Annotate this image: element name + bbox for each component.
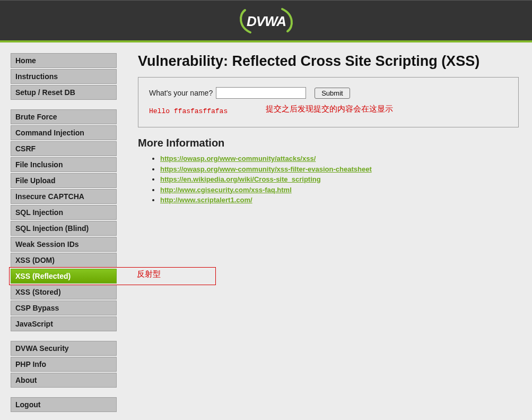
info-link[interactable]: http://www.scriptalert1.com/ <box>160 196 252 204</box>
info-link[interactable]: https://owasp.org/www-community/xss-filt… <box>160 165 372 173</box>
info-link-item: https://owasp.org/www-community/attacks/… <box>160 153 519 164</box>
info-link-item: https://owasp.org/www-community/xss-filt… <box>160 164 519 175</box>
sidebar-item-file-inclusion[interactable]: File Inclusion <box>11 157 117 172</box>
more-info-heading: More Information <box>138 137 519 149</box>
info-link-item: http://www.scriptalert1.com/ <box>160 195 519 205</box>
info-links: https://owasp.org/www-community/attacks/… <box>138 153 519 205</box>
sidebar-item-sql-injection[interactable]: SQL Injection <box>11 205 117 220</box>
sidebar-item-xss-stored[interactable]: XSS (Stored) <box>11 285 117 299</box>
submit-button[interactable]: Submit <box>315 88 350 99</box>
sidebar-item-xss-reflected[interactable]: XSS (Reflected) <box>11 269 117 284</box>
sidebar-item-sql-injection-blind[interactable]: SQL Injection (Blind) <box>11 221 117 236</box>
vuln-form-box: What's your name? Submit Hello ffasfasff… <box>138 77 519 127</box>
name-input[interactable] <box>216 87 306 99</box>
sidebar-item-about[interactable]: About <box>11 373 117 388</box>
sidebar-item-home[interactable]: Home <box>11 53 117 68</box>
sidebar-item-insecure-captcha[interactable]: Insecure CAPTCHA <box>11 189 117 204</box>
sidebar-item-csp-bypass[interactable]: CSP Bypass <box>11 301 117 315</box>
sidebar: HomeInstructionsSetup / Reset DBBrute Fo… <box>11 53 117 420</box>
page-title: Vulnerability: Reflected Cross Site Scri… <box>138 53 519 70</box>
info-link[interactable]: https://owasp.org/www-community/attacks/… <box>160 155 316 162</box>
main-content: Vulnerability: Reflected Cross Site Scri… <box>138 53 532 205</box>
info-link-item: http://www.cgisecurity.com/xss-faq.html <box>160 185 519 195</box>
name-prompt: What's your name? <box>149 89 213 97</box>
sidebar-item-brute-force[interactable]: Brute Force <box>11 109 117 124</box>
sidebar-item-php-info[interactable]: PHP Info <box>11 357 117 372</box>
info-link[interactable]: https://en.wikipedia.org/wiki/Cross-site… <box>160 175 321 183</box>
sidebar-item-file-upload[interactable]: File Upload <box>11 173 117 188</box>
app-header: DVWA <box>0 0 532 42</box>
sidebar-item-weak-session-ids[interactable]: Weak Session IDs <box>11 237 117 252</box>
app-logo: DVWA <box>234 4 298 38</box>
sidebar-item-setup-reset-db[interactable]: Setup / Reset DB <box>11 85 117 100</box>
info-link-item: https://en.wikipedia.org/wiki/Cross-site… <box>160 174 519 185</box>
sidebar-item-dvwa-security[interactable]: DVWA Security <box>11 341 117 356</box>
sidebar-item-command-injection[interactable]: Command Injection <box>11 125 117 140</box>
sidebar-item-javascript[interactable]: JavaScript <box>11 316 117 331</box>
annotation-note: 提交之后发现提交的内容会在这显示 <box>266 104 393 114</box>
logo-text: DVWA <box>247 13 286 29</box>
sidebar-item-csrf[interactable]: CSRF <box>11 141 117 156</box>
sidebar-item-instructions[interactable]: Instructions <box>11 69 117 84</box>
sidebar-item-logout[interactable]: Logout <box>11 397 117 412</box>
sidebar-item-xss-dom[interactable]: XSS (DOM) <box>11 253 117 268</box>
info-link[interactable]: http://www.cgisecurity.com/xss-faq.html <box>160 186 292 194</box>
